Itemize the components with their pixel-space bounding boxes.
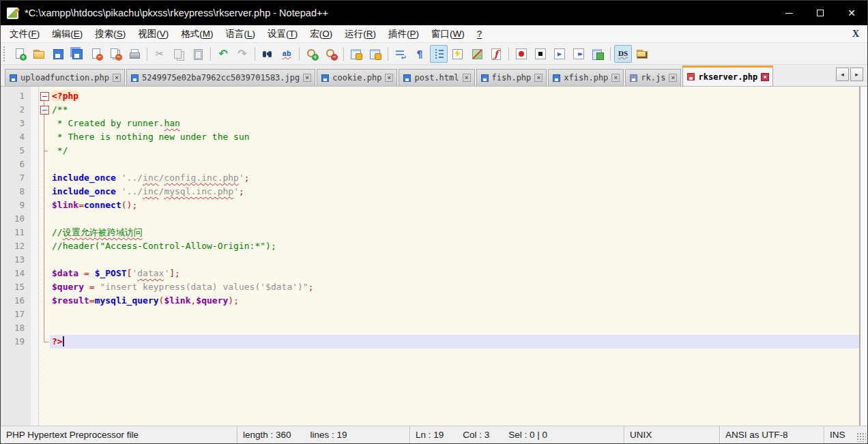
code-line-12[interactable]: //header("Access-Control-Allow-Origin:*"… <box>50 239 860 253</box>
tab-close-icon[interactable]: × <box>669 74 677 82</box>
code-line-8[interactable]: include_once '../inc/mysql.inc.php'; <box>50 185 860 198</box>
line-number: 3 <box>1 117 31 130</box>
tab-cookie.php[interactable]: cookie.php× <box>317 69 397 86</box>
status-eol-format[interactable]: UNIX <box>624 426 719 443</box>
menu-item-m[interactable]: 格式(M) <box>175 25 219 42</box>
menu-item-t[interactable]: 设置(T) <box>261 25 304 42</box>
code-line-9[interactable]: $link=connect(); <box>50 198 860 212</box>
code-line-4[interactable]: * There is nothing new under the sun <box>50 130 860 144</box>
macro-play-button[interactable] <box>551 45 568 63</box>
code-line-18[interactable] <box>50 321 860 335</box>
status-insert-mode[interactable]: INS <box>824 426 856 443</box>
close-button[interactable]: ✕ <box>836 1 867 25</box>
code-line-6[interactable] <box>50 158 860 171</box>
toolbar-grip[interactable] <box>3 46 8 61</box>
tab-scroll-right-button[interactable]: ▸ <box>850 68 863 81</box>
code-token: ; <box>239 186 244 196</box>
code-line-14[interactable]: $data = $_POST['datax']; <box>50 267 860 280</box>
menu-item-r[interactable]: 运行(R) <box>338 25 382 42</box>
code-line-17[interactable] <box>50 308 860 321</box>
toolbar-separator <box>343 47 344 61</box>
macro-record-button[interactable] <box>512 45 530 63</box>
zoom-in-button[interactable] <box>303 45 321 63</box>
tab-post.html[interactable]: post.html× <box>399 69 474 86</box>
window-title: *C:\xampp\htdocs\pikachu\pkxss\rkeypress… <box>25 8 328 18</box>
save-button[interactable] <box>49 45 67 63</box>
open-file-button[interactable] <box>30 45 48 63</box>
code-line-5[interactable]: */ <box>50 144 860 158</box>
tab-5249975e02ba7962cc5039701583.jpg[interactable]: 5249975e02ba7962cc5039701583.jpg× <box>126 69 315 86</box>
tab-close-icon[interactable]: × <box>303 74 311 82</box>
code-line-2[interactable]: /** <box>50 103 860 117</box>
indent-guide-button[interactable] <box>430 45 448 63</box>
menu-item-s[interactable]: 搜索(S) <box>89 25 132 42</box>
macro-stop-button[interactable] <box>532 45 549 63</box>
tab-close-icon[interactable]: × <box>534 74 542 82</box>
code-line-11[interactable]: //设置允许被跨域访问 <box>50 226 860 239</box>
fold-line <box>39 144 50 158</box>
fold-line <box>39 117 50 130</box>
tab-close-icon[interactable]: × <box>611 74 620 82</box>
code-line-10[interactable] <box>50 212 860 226</box>
undo-button[interactable] <box>214 45 232 63</box>
sync-vertical-button[interactable] <box>347 45 365 63</box>
save-all-button[interactable] <box>68 45 86 63</box>
sync-horizontal-button[interactable] <box>366 45 384 63</box>
code-line-1[interactable]: <?php <box>50 89 860 103</box>
code-line-16[interactable]: $result=mysqli_query($link,$query); <box>50 294 860 308</box>
folder-as-workspace-button[interactable] <box>633 45 651 63</box>
macro-save-button[interactable] <box>589 45 607 63</box>
tab-close-icon[interactable]: × <box>385 74 393 82</box>
doc-switcher-button[interactable] <box>614 45 632 63</box>
code-line-19[interactable]: ?> <box>50 335 860 349</box>
close-all-button[interactable] <box>106 45 124 63</box>
macro-run-multiple-button[interactable] <box>570 45 588 63</box>
tab-uploadfunction.php[interactable]: uploadfunction.php× <box>5 69 125 86</box>
close-document-button[interactable]: X <box>852 29 859 40</box>
fold-collapse-box[interactable] <box>39 103 50 117</box>
tab-xfish.php[interactable]: xfish.php× <box>548 69 624 86</box>
fold-line <box>39 226 50 239</box>
minimize-button[interactable] <box>773 1 805 25</box>
menu-item-p[interactable]: 插件(P) <box>382 25 425 42</box>
maximize-button[interactable] <box>805 1 836 25</box>
tab-fish.php[interactable]: fish.php× <box>476 69 547 86</box>
document-map-button[interactable] <box>468 45 486 63</box>
find-button[interactable] <box>259 45 276 63</box>
resize-grip[interactable] <box>856 432 866 442</box>
code-line-15[interactable]: $query = "insert keypress(data) values('… <box>50 280 860 294</box>
zoom-out-button[interactable] <box>322 45 340 63</box>
code-line-3[interactable]: * Created by runner.han <box>50 117 860 130</box>
menu-item-w[interactable]: 窗口(W) <box>425 25 471 42</box>
tab-close-icon[interactable]: × <box>113 74 121 82</box>
menu-item-f[interactable]: 文件(F) <box>3 25 46 42</box>
show-all-characters-button[interactable] <box>411 45 429 63</box>
code-line-13[interactable] <box>50 253 860 267</box>
close-doc-button[interactable] <box>87 45 105 63</box>
tab-rk.js[interactable]: rk.js× <box>625 69 681 86</box>
status-file-type: PHP Hypertext Preprocessor file <box>1 426 237 443</box>
code-token: inc <box>143 186 158 196</box>
tab-close-icon[interactable]: × <box>463 74 471 82</box>
menu-item-?[interactable]: ? <box>471 25 489 42</box>
status-encoding[interactable]: ANSI as UTF-8 <box>720 426 824 443</box>
fold-collapse-box[interactable] <box>39 89 50 103</box>
function-list-button[interactable] <box>487 45 505 63</box>
tab-close-icon[interactable]: × <box>761 73 769 81</box>
tab-rkserver.php[interactable]: rkserver.php× <box>682 65 773 86</box>
menu-item-v[interactable]: 视图(V) <box>132 25 175 42</box>
code-line-7[interactable]: include_once '../inc/config.inc.php'; <box>50 171 860 185</box>
menu-item-o[interactable]: 宏(O) <box>304 25 338 42</box>
function-completion-button[interactable] <box>449 45 467 63</box>
word-wrap-button[interactable] <box>392 45 409 63</box>
print-button[interactable] <box>126 45 143 63</box>
new-file-button[interactable] <box>11 45 29 63</box>
replace-button[interactable] <box>278 45 295 63</box>
tab-label: post.html <box>414 73 459 83</box>
menu-item-l[interactable]: 语言(L) <box>220 25 262 42</box>
code-area[interactable]: <?php/** * Created by runner.han * There… <box>50 87 860 426</box>
tab-scroll-left-button[interactable]: ◂ <box>836 68 849 81</box>
bookmark-margin[interactable] <box>31 87 39 426</box>
menu-item-e[interactable]: 编辑(E) <box>46 25 89 42</box>
line-number: 11 <box>1 226 31 239</box>
